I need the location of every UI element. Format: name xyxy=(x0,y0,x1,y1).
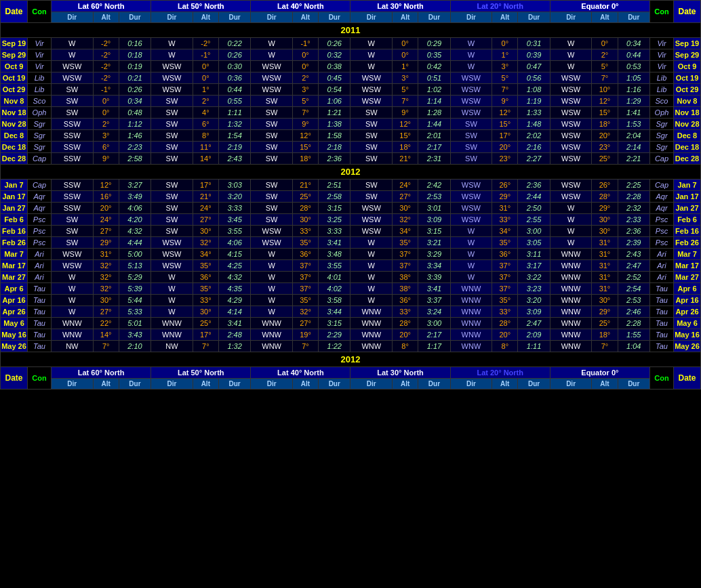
con-cell-left: Tau xyxy=(28,318,52,329)
table-row: Sep 29VirW-2°0:18W-1°0:26W0°0:32W0°0:35W… xyxy=(1,49,701,61)
l40-alt: 12° xyxy=(292,130,318,142)
l30-alt: 8° xyxy=(393,341,418,352)
l20-dur: 3:17 xyxy=(518,260,550,272)
date-header-right: Date xyxy=(674,1,701,23)
l20-dir: WSW xyxy=(450,107,492,119)
l20-dir-sub: Dir xyxy=(450,12,492,23)
l20-alt-sub: Alt xyxy=(492,12,518,23)
l50-dir: WSW xyxy=(151,84,193,96)
l60-dur: 5:01 xyxy=(119,318,151,329)
l60-dur: 2:10 xyxy=(119,341,151,352)
eq-dur: 2:28 xyxy=(618,318,649,329)
l50-dur: 0:22 xyxy=(218,38,250,49)
date-cell: Feb 26 xyxy=(1,237,28,249)
l40-dir: WSW xyxy=(251,61,293,72)
table-row: May 16TauWNW14°3:43WNW17°2:48WNW19°2:29W… xyxy=(1,329,701,341)
l50-alt: 4° xyxy=(193,107,218,119)
l60-dir: SW xyxy=(52,107,94,119)
l60-alt: 6° xyxy=(93,142,119,153)
l50-dir: SW xyxy=(151,180,193,191)
l60-alt: 31° xyxy=(93,249,119,260)
l50-dur: 1:54 xyxy=(218,130,250,142)
date-cell-right: Dec 28 xyxy=(674,153,701,165)
date-cell-right: Apr 6 xyxy=(674,283,701,295)
con-cell-right: Ari xyxy=(650,249,674,260)
con-cell-left: Aqr xyxy=(28,203,52,214)
eq-dur: 1:04 xyxy=(618,341,649,352)
eq-alt: 28° xyxy=(592,191,618,203)
l60-alt: -1° xyxy=(93,84,119,96)
l50-dur: 2:48 xyxy=(218,329,250,341)
l60-alt: 9° xyxy=(93,153,119,165)
year-row: 2012 xyxy=(1,165,701,180)
eq-dir: W xyxy=(550,226,592,237)
date-cell: Dec 18 xyxy=(1,142,28,153)
date-cell-right: Feb 26 xyxy=(674,237,701,249)
l30-dir-sub: Dir xyxy=(350,12,393,23)
l50-dir: WSW xyxy=(151,260,193,272)
l50-dir: W xyxy=(151,49,193,61)
l50-alt: 7° xyxy=(193,341,218,352)
date-cell: May 16 xyxy=(1,329,28,341)
l40-dur: 3:58 xyxy=(319,295,350,306)
lat40-header: Lat 40° North xyxy=(251,1,350,12)
eq-alt: 15° xyxy=(592,107,618,119)
l30-dir: W xyxy=(350,38,393,49)
eq-dir: WNW xyxy=(550,272,592,283)
date-cell-right: Nov 18 xyxy=(674,107,701,119)
l40-dur: 4:01 xyxy=(319,272,350,283)
l60-dir: WNW xyxy=(52,318,94,329)
l30-dir: WSW xyxy=(350,84,393,96)
l60-dir: W xyxy=(52,49,94,61)
eq-dir: WNW xyxy=(550,318,592,329)
table-row: Apr 26TauW27°5:33W30°4:14W32°3:44WNW33°3… xyxy=(1,306,701,318)
l60-alt: 0° xyxy=(93,107,119,119)
date-footer: Date xyxy=(1,367,28,390)
l30-dir: W xyxy=(350,283,393,295)
l40-alt: 30° xyxy=(292,214,318,226)
l50-dur: 2:19 xyxy=(218,142,250,153)
con-cell-right: Psc xyxy=(650,226,674,237)
eq-dur: 1:29 xyxy=(618,96,649,107)
table-row: Apr 16TauW30°5:44W33°4:29W35°3:58W36°3:3… xyxy=(1,295,701,306)
l50-dir: SW xyxy=(151,96,193,107)
l60-dur: 2:58 xyxy=(119,153,151,165)
eq-dir: W xyxy=(550,49,592,61)
lat30-header: Lat 30° North xyxy=(350,1,450,12)
l40-alt: 28° xyxy=(292,203,318,214)
con-cell-left: Vir xyxy=(28,49,52,61)
l60-dur: 5:29 xyxy=(119,272,151,283)
l60-dir: WNW xyxy=(52,329,94,341)
l50-alt: -1° xyxy=(193,49,218,61)
l40-alt: 35° xyxy=(292,295,318,306)
l30-dir: W xyxy=(350,49,393,61)
l20-dir: W xyxy=(450,249,492,260)
l20-dur: 0:47 xyxy=(518,61,550,72)
l30-alt: 37° xyxy=(393,260,418,272)
l30-alt: 33° xyxy=(393,306,418,318)
eq-alt: 31° xyxy=(592,260,618,272)
main-table-container: Date Con Lat 60° North Lat 50° North Lat… xyxy=(0,0,701,390)
eq-alt: 26° xyxy=(592,180,618,191)
l20-alt: 33° xyxy=(492,306,518,318)
l50-alt: 33° xyxy=(193,295,218,306)
l50-dir: SW xyxy=(151,130,193,142)
date-footer-right: Date xyxy=(674,367,701,390)
l40-dir: W xyxy=(251,272,293,283)
eq-dir: WSW xyxy=(550,72,592,84)
eq-dur: 1:55 xyxy=(618,329,649,341)
l50-dir: WSW xyxy=(151,61,193,72)
date-cell-right: Mar 27 xyxy=(674,272,701,283)
l60-dur: 0:18 xyxy=(119,49,151,61)
l30-alt: 1° xyxy=(393,61,418,72)
l50-dur: 0:44 xyxy=(218,84,250,96)
l20-alt: 7° xyxy=(492,84,518,96)
con-cell-right: Cap xyxy=(650,153,674,165)
con-cell-left: Tau xyxy=(28,329,52,341)
l50-dur: 4:15 xyxy=(218,249,250,260)
date-cell: Feb 6 xyxy=(1,214,28,226)
eq-dir: WSW xyxy=(550,191,592,203)
l20-dur-sub: Dur xyxy=(518,12,550,23)
l60-dur: 0:34 xyxy=(119,96,151,107)
eq-dur: 2:25 xyxy=(618,180,649,191)
